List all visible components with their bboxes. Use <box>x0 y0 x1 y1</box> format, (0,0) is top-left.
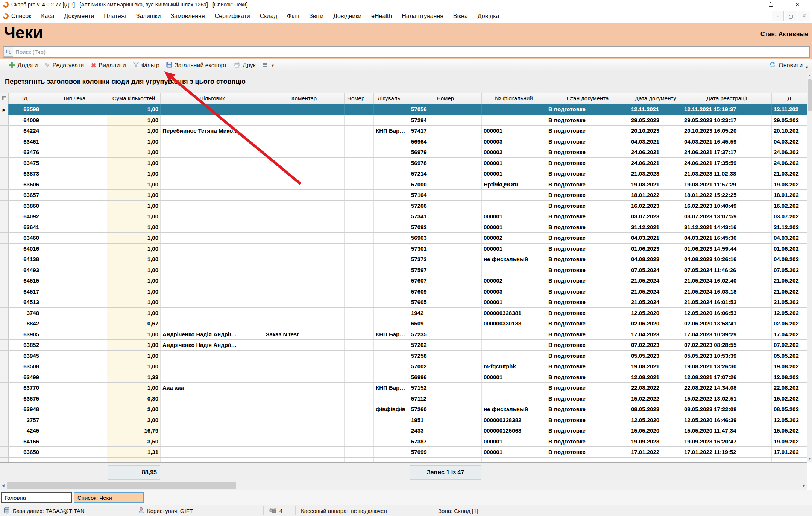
menu-item-4[interactable]: Платежі <box>104 13 126 20</box>
menu-item-15[interactable]: Довідка <box>478 13 499 20</box>
column-header-num2[interactable]: Номер ... <box>345 93 374 104</box>
table-row[interactable]: 636571,0057104В подготовке18.01.202218.0… <box>0 190 807 201</box>
toolbar-grip[interactable] <box>1 61 3 70</box>
scroll-right-icon[interactable]: ► <box>801 481 807 490</box>
close-button[interactable]: ✕ <box>790 0 805 9</box>
search-input[interactable]: Поиск (Tab) <box>3 46 810 58</box>
table-row[interactable]: ▶635981,0057056В подготовке12.11.202112.… <box>0 104 807 115</box>
print-button[interactable]: Друк <box>230 60 259 71</box>
cell-qty: 0,80 <box>107 393 161 404</box>
column-header-id[interactable]: ІД <box>9 93 41 104</box>
table-row[interactable]: 635081,0057002m-fqcnItphkВ подготовке19.… <box>0 361 807 372</box>
cell-beneficiary <box>161 297 264 307</box>
menu-item-5[interactable]: Залишки <box>136 13 161 20</box>
table-row[interactable]: 37481,001942000000328381В подготовке12.0… <box>0 308 807 319</box>
table-row[interactable]: 424516,792433000000125068В подготовке15.… <box>0 425 807 436</box>
menu-item-14[interactable]: Вікна <box>453 13 468 20</box>
vertical-scrollbar[interactable]: ▲ ▼ <box>807 72 812 462</box>
horizontal-scrollbar-thumb[interactable] <box>7 482 236 489</box>
table-row[interactable]: 642241,00Перебийнос Тетяна Мико…КНП Бар…… <box>0 126 807 136</box>
table-row[interactable]: 639051,00Андріченко Надія Андрії…Заказ N… <box>0 329 807 340</box>
table-row[interactable]: 634991,3356996000001В подготовке12.08.20… <box>0 372 807 383</box>
menu-item-3[interactable]: Документи <box>64 13 94 20</box>
menu-item-9[interactable]: Філії <box>287 13 299 20</box>
table-corner-icon[interactable] <box>0 93 9 104</box>
table-row[interactable]: 645131,0057605000001В подготовке21.05.20… <box>0 297 807 308</box>
horizontal-scrollbar[interactable]: ◄ ► <box>0 481 807 490</box>
table-row[interactable]: 640921,0057341000001В подготовке03.07.20… <box>0 211 807 222</box>
menu-item-12[interactable]: eHealth <box>371 13 392 20</box>
tab-home[interactable]: Головна <box>1 492 72 503</box>
menu-item-7[interactable]: Сертифікати <box>215 13 250 20</box>
cell-comment <box>264 147 345 157</box>
table-row[interactable]: 639451,0057258В подготовке05.05.202305.0… <box>0 351 807 362</box>
column-header-reg_cut[interactable]: Д <box>772 93 807 104</box>
column-header-qty[interactable]: Сума кількостей <box>107 93 161 104</box>
column-header-comment[interactable]: Коментар <box>264 93 345 104</box>
tab-list-cheky[interactable]: Список: Чеки <box>74 492 144 503</box>
table-row[interactable]: 636411,0057092000001В подготовке31.12.20… <box>0 222 807 233</box>
column-header-med[interactable]: Лікуваль... <box>374 93 409 104</box>
edit-button[interactable]: ✎ Редагувати <box>41 60 87 71</box>
filter-button[interactable]: Фільтр <box>129 60 163 71</box>
group-by-area[interactable]: Перетягніть заголовок колонки сюди для у… <box>0 72 807 93</box>
table-row[interactable]: 634761,0056979000002В подготовке24.06.20… <box>0 147 807 158</box>
menu-item-11[interactable]: Довідники <box>333 13 361 20</box>
menu-item-10[interactable]: Звіти <box>309 13 323 20</box>
column-header-fiscal[interactable]: № фіскальний <box>482 93 546 104</box>
cell-reg_cut <box>772 458 807 462</box>
table-row[interactable]: 640161,0057301000001В подготовке01.06.20… <box>0 244 807 254</box>
mdi-restore-button[interactable] <box>785 11 797 21</box>
scroll-down-icon[interactable]: ▼ <box>807 457 812 461</box>
menu-item-8[interactable]: Склад <box>260 13 277 20</box>
table-row[interactable]: 37572,001951000000328382В подготовке12.0… <box>0 415 807 426</box>
export-button[interactable]: Загальний експорт <box>163 60 230 71</box>
table-row[interactable]: 88420,676509000000330133В подготовке02.0… <box>0 318 807 329</box>
table-row[interactable]: 635061,0057000Hptl9kQ9Ot0В подготовке19.… <box>0 179 807 190</box>
cell-qty: 1,00 <box>107 275 161 286</box>
column-header-state[interactable]: Стан документа <box>546 93 629 104</box>
table-row[interactable]: 634751,0056978000001В подготовке24.06.20… <box>0 158 807 169</box>
table-row[interactable]: 639482,00фівфівфів57260не фискальныйВ по… <box>0 404 807 415</box>
table-row[interactable]: 634601,0056963000002В подготовке04.03.20… <box>0 233 807 244</box>
column-header-type[interactable]: Тип чека <box>41 93 107 104</box>
cell-reg_cut: 03.07.202 <box>772 211 807 222</box>
column-header-beneficiary[interactable]: Пільговик <box>161 93 264 104</box>
column-header-reg_date[interactable]: Дата реєстрації <box>682 93 772 104</box>
table-row[interactable]: 640091,0057294В подготовке29.05.202329.0… <box>0 115 807 126</box>
table-row[interactable]: 644931,0057597В подготовке07.05.202407.0… <box>0 265 807 276</box>
menu-item-6[interactable]: Замовлення <box>170 13 205 20</box>
delete-button[interactable]: ✖ Видалити <box>87 60 129 71</box>
column-header-doc_date[interactable]: Дата документу <box>629 93 682 104</box>
table-row[interactable]: 634611,0056964000003В подготовке04.03.20… <box>0 136 807 147</box>
table-row[interactable]: 641663,5057387000001В подготовке19.09.20… <box>0 436 807 447</box>
menu-item-2[interactable]: Каса <box>41 13 54 20</box>
mdi-close-button[interactable]: ✕ <box>798 11 810 21</box>
cell-doc_date: 21.05.2024 <box>629 286 682 297</box>
column-header-number[interactable]: Номер <box>409 93 482 104</box>
menu-item-1[interactable]: Список <box>11 13 31 20</box>
table-row[interactable]: 641381,0057373не фискальныйВ подготовке0… <box>0 254 807 265</box>
cell-reg_cut: 29.05.202 <box>772 115 807 126</box>
refresh-button[interactable]: Оновити ▼ <box>769 59 809 72</box>
table-row[interactable]: 645171,0057609000003В подготовке21.05.20… <box>0 286 807 297</box>
table-row[interactable]: 636501,3157099000001В подготовке17.01.20… <box>0 447 807 458</box>
table-row[interactable]: 636750,8057112В подготовке15.02.202215.0… <box>0 393 807 404</box>
table-row[interactable]: 645151,0057607000002В подготовке21.05.20… <box>0 275 807 286</box>
column-settings-button[interactable]: ▼ <box>259 61 278 70</box>
table-row-partial[interactable] <box>0 458 807 462</box>
restore-button[interactable] <box>763 0 779 9</box>
scroll-up-icon[interactable]: ▲ <box>807 73 812 77</box>
search-icon[interactable] <box>3 47 13 57</box>
add-button[interactable]: ✚ Додати <box>5 61 41 70</box>
minimize-button[interactable]: — <box>737 0 752 9</box>
menu-item-13[interactable]: Налаштування <box>402 13 443 20</box>
cell-reg_cut: 01.06.202 <box>772 244 807 254</box>
mdi-minimize-button[interactable]: – <box>772 11 784 21</box>
table-row[interactable]: 637701,00Ааа аааКНП Бар…57152В подготовк… <box>0 383 807 393</box>
table-row[interactable]: 638521,00Андріченко Надія Андрії…57202В … <box>0 340 807 351</box>
vertical-scrollbar-thumb[interactable] <box>808 79 812 111</box>
scroll-left-icon[interactable]: ◄ <box>0 481 6 490</box>
table-row[interactable]: 638601,0057206В подготовке16.02.202316.0… <box>0 201 807 212</box>
table-row[interactable]: 638731,0057214000001В подготовке21.03.20… <box>0 168 807 179</box>
